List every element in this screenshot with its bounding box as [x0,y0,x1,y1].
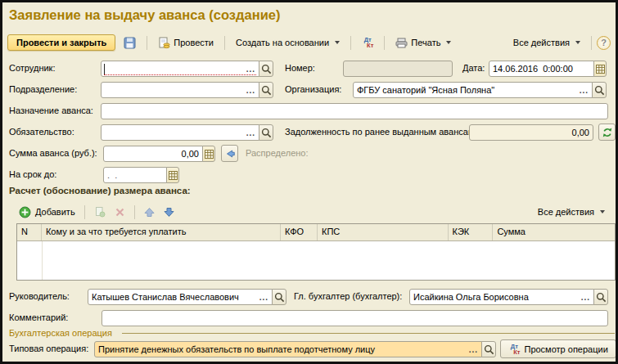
amount-input[interactable]: 0,00 [103,146,203,162]
chevron-down-icon [335,41,340,44]
typical-operation-lookup-button[interactable] [481,341,496,357]
obligation-label: Обязательство: [9,127,74,137]
magnifier-icon [274,292,285,303]
magnifier-icon [594,85,605,96]
employee-lookup-button[interactable] [259,61,273,77]
employee-input[interactable]: ... [101,61,259,77]
due-date-input[interactable]: . . [103,167,167,183]
accountant-lookup-button[interactable] [593,289,608,305]
printer-icon [395,38,408,48]
calc-table-header: N Кому и за что требуется уплатить КФО К… [17,224,615,241]
column-header-kps[interactable]: КПС [318,224,449,240]
due-date-calendar-button[interactable] [166,167,179,183]
comment-field[interactable] [101,310,608,326]
column-header-kek[interactable]: КЭК [449,224,494,240]
save-button[interactable] [118,34,142,52]
create-on-basis-label: Создать на основании [236,38,329,47]
obligation-choose-button[interactable]: ... [246,128,259,137]
fill-from-table-button[interactable] [221,145,238,162]
department-lookup-button[interactable] [259,82,273,98]
move-down-icon [164,207,174,218]
all-actions-button[interactable]: Все действия [507,34,586,51]
typical-operation-value: Принятие денежных обязательств по выплат… [95,343,468,357]
add-row-button[interactable]: Добавить [16,204,78,221]
post-button[interactable]: Провести [152,34,219,52]
magnifier-icon [261,64,272,74]
typical-operation-input[interactable]: Принятие денежных обязательств по выплат… [94,341,482,357]
create-on-basis-button[interactable]: Создать на основании [230,34,345,51]
accountant-field[interactable]: Исайкина Ольга Борисовна ... [409,289,608,305]
amount-calculator-button[interactable] [202,146,215,162]
table-all-actions-button[interactable]: Все действия [532,204,611,220]
typical-operation-field[interactable]: Принятие денежных обязательств по выплат… [94,341,496,357]
delete-row-button[interactable] [112,204,128,220]
print-button[interactable]: Печать [390,34,457,52]
column-header-payee[interactable]: Кому и за что требуется уплатить [42,224,281,240]
manager-field[interactable]: Катышев Станислав Вячеславович ... [88,289,286,305]
amount-label: Сумма аванса (руб.): [9,148,97,158]
comment-label: Комментарий: [9,312,68,322]
refresh-debt-button[interactable] [598,124,616,141]
accountant-value: Исайкина Ольга Борисовна [410,290,580,304]
department-input[interactable]: ... [101,82,259,98]
organization-field[interactable]: ФГБУ санаторий "Ясная Поляна" ... [353,82,607,98]
department-choose-button[interactable]: ... [246,86,259,95]
view-operation-label: Просмотр операции [524,344,607,354]
magnifier-icon [596,292,607,303]
add-row-label: Добавить [35,207,75,217]
magnifier-icon [484,344,494,355]
column-header-kfo[interactable]: КФО [281,224,318,240]
text-cursor [104,64,105,74]
number-label: Номер: [285,63,315,73]
all-actions-label: Все действия [513,38,570,47]
copy-row-button[interactable] [92,204,108,220]
due-date-field[interactable]: . . [103,167,179,183]
obligation-input[interactable]: ... [101,124,259,141]
department-field[interactable]: ... [101,82,273,98]
move-up-button[interactable] [142,204,157,220]
date-field[interactable]: 14.06.2016 0:00:00 [489,61,607,77]
date-input[interactable]: 14.06.2016 0:00:00 [489,61,594,77]
typical-operation-choose-button[interactable]: ... [468,345,481,354]
move-down-button[interactable] [161,204,177,220]
document-window: Заявление на выдачу аванса (создание) Пр… [0,0,618,364]
organization-lookup-button[interactable] [592,82,607,98]
obligation-field[interactable]: ... [101,124,273,141]
calc-table[interactable]: N Кому и за что требуется уплатить КФО К… [16,223,616,281]
amount-field[interactable]: 0,00 [103,146,215,162]
accountant-choose-button[interactable]: ... [580,293,593,302]
table-all-actions-label: Все действия [538,207,594,217]
manager-input[interactable]: Катышев Станислав Вячеславович ... [88,289,273,305]
manager-choose-button[interactable]: ... [259,293,272,302]
column-header-sum[interactable]: Сумма [493,224,615,240]
purpose-field[interactable] [101,103,608,119]
employee-label: Сотрудник: [9,63,56,73]
column-header-n[interactable]: N [17,224,42,240]
organization-input[interactable]: ФГБУ санаторий "Ясная Поляна" ... [353,82,593,98]
department-label: Подразделение: [9,84,77,94]
date-calendar-button[interactable] [593,61,607,77]
divider [224,36,225,50]
organization-choose-button[interactable]: ... [579,86,592,95]
employee-field[interactable]: ... [101,61,273,77]
distributed-label: Распределено: [246,148,309,158]
accountant-label: Гл. бухгалтер (бухгалтер): [294,291,402,301]
divider [147,36,147,50]
divider [84,205,85,219]
post-and-close-button[interactable]: Провести и закрыть [7,34,115,51]
plus-icon [19,206,31,218]
view-operation-button[interactable]: ДтКт Просмотр операции [500,339,616,358]
divider [384,36,385,50]
accounting-operation-group-label: Бухгалтерская операция [9,328,112,338]
employee-choose-button[interactable]: ... [246,65,259,74]
chevron-down-icon [446,41,451,44]
dtkt-icon: ДтКт [362,37,373,48]
chevron-down-icon [600,210,605,213]
manager-lookup-button[interactable] [272,289,286,305]
help-button[interactable]: ? [597,36,611,50]
magnifier-icon [261,85,272,96]
number-field [343,61,453,77]
obligation-lookup-button[interactable] [259,124,273,141]
dtkt-button[interactable]: ДтКт [356,34,379,52]
accountant-input[interactable]: Исайкина Ольга Борисовна ... [409,289,594,305]
